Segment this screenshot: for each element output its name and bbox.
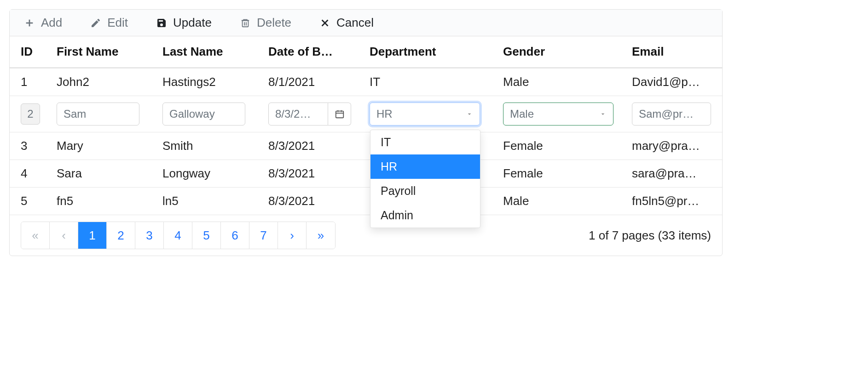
col-header-last-name[interactable]: Last Name xyxy=(157,36,263,68)
pager: « ‹ 1 2 3 4 5 6 7 › » xyxy=(21,222,336,249)
id-chip: 2 xyxy=(21,103,40,125)
add-label: Add xyxy=(41,16,62,30)
pager-prev-button[interactable]: ‹ xyxy=(50,222,78,249)
pager-page-button[interactable]: 7 xyxy=(249,222,278,249)
cell-id: 1 xyxy=(10,68,51,96)
cell-first-name: Mary xyxy=(51,132,157,160)
cancel-button[interactable]: Cancel xyxy=(316,15,376,30)
chevrons-right-icon: » xyxy=(318,228,324,243)
svg-rect-7 xyxy=(336,111,343,118)
chevron-down-icon xyxy=(599,110,607,118)
department-dropdown-popup: IT HR Payroll Admin xyxy=(370,130,480,228)
close-icon xyxy=(319,17,331,29)
cell-first-name: John2 xyxy=(51,68,157,96)
cell-dob: 8/3/2021 xyxy=(263,160,364,188)
cell-first-name: Sara xyxy=(51,160,157,188)
data-grid: Add Edit Update Delete Cancel xyxy=(9,9,723,256)
cell-email: fn5ln5@pr… xyxy=(626,188,722,215)
table-row[interactable]: 4 Sara Longway 8/3/2021 Female sara@pra… xyxy=(10,160,722,188)
col-header-first-name[interactable]: First Name xyxy=(51,36,157,68)
add-button[interactable]: Add xyxy=(21,15,65,30)
cell-email: sara@pra… xyxy=(626,160,722,188)
cell-id: 4 xyxy=(10,160,51,188)
svg-rect-2 xyxy=(243,20,249,27)
cell-email: David1@p… xyxy=(626,68,722,96)
pager-info: 1 of 7 pages (33 items) xyxy=(589,228,711,243)
chevron-down-icon xyxy=(466,110,473,118)
cell-dob: 8/3/2021 xyxy=(263,132,364,160)
pager-row: « ‹ 1 2 3 4 5 6 7 › » 1 of 7 pages (33 i… xyxy=(10,215,722,256)
cell-last-name: ln5 xyxy=(157,188,263,215)
cell-id: 5 xyxy=(10,188,51,215)
col-header-email[interactable]: Email xyxy=(626,36,722,68)
cell-last-name: Smith xyxy=(157,132,263,160)
edit-label: Edit xyxy=(107,16,128,30)
dob-input[interactable] xyxy=(268,103,328,125)
pager-page-button[interactable]: 5 xyxy=(192,222,221,249)
department-dropdown[interactable]: HR IT HR Payroll Admin xyxy=(370,103,480,125)
chevron-right-icon: › xyxy=(290,228,294,243)
delete-button[interactable]: Delete xyxy=(237,15,294,30)
cell-dob: 8/1/2021 xyxy=(263,68,364,96)
toolbar: Add Edit Update Delete Cancel xyxy=(10,10,722,36)
calendar-icon xyxy=(335,109,345,119)
first-name-input[interactable] xyxy=(57,103,139,125)
pager-first-button[interactable]: « xyxy=(21,222,50,249)
save-icon xyxy=(156,17,168,29)
cell-last-name: Hastings2 xyxy=(157,68,263,96)
gender-dropdown[interactable]: Male xyxy=(503,103,613,125)
pager-next-button[interactable]: › xyxy=(278,222,307,249)
edit-button[interactable]: Edit xyxy=(87,15,131,30)
department-selected: HR xyxy=(376,108,393,120)
gender-selected: Male xyxy=(510,108,534,120)
table-row[interactable]: 3 Mary Smith 8/3/2021 Female mary@pra… xyxy=(10,132,722,160)
cell-first-name: fn5 xyxy=(51,188,157,215)
pager-page-button[interactable]: 4 xyxy=(164,222,192,249)
cell-gender: Female xyxy=(498,160,626,188)
delete-label: Delete xyxy=(257,16,291,30)
plus-icon xyxy=(23,17,35,29)
chevrons-left-icon: « xyxy=(32,228,38,243)
trash-icon xyxy=(239,17,251,29)
update-button[interactable]: Update xyxy=(153,15,214,30)
department-option[interactable]: Admin xyxy=(370,203,480,228)
col-header-dob[interactable]: Date of B… xyxy=(263,36,364,68)
cell-gender: Female xyxy=(498,132,626,160)
grid-table: ID First Name Last Name Date of B… Depar… xyxy=(10,36,722,215)
last-name-input[interactable] xyxy=(162,103,245,125)
pager-page-button[interactable]: 1 xyxy=(78,222,107,249)
department-option[interactable]: Payroll xyxy=(370,179,480,203)
department-option[interactable]: HR xyxy=(370,154,480,179)
cell-department: IT xyxy=(364,68,498,96)
pager-page-button[interactable]: 6 xyxy=(221,222,249,249)
col-header-gender[interactable]: Gender xyxy=(498,36,626,68)
pager-page-button[interactable]: 3 xyxy=(135,222,164,249)
cell-gender: Male xyxy=(498,68,626,96)
pager-last-button[interactable]: » xyxy=(307,222,335,249)
pager-page-button[interactable]: 2 xyxy=(107,222,135,249)
table-row[interactable]: 5 fn5 ln5 8/3/2021 Male fn5ln5@pr… xyxy=(10,188,722,215)
update-label: Update xyxy=(173,16,212,30)
col-header-id[interactable]: ID xyxy=(10,36,51,68)
chevron-left-icon: ‹ xyxy=(62,228,66,243)
cell-id: 3 xyxy=(10,132,51,160)
cancel-label: Cancel xyxy=(336,16,374,30)
header-row: ID First Name Last Name Date of B… Depar… xyxy=(10,36,722,68)
cell-gender: Male xyxy=(498,188,626,215)
email-input[interactable] xyxy=(632,103,711,125)
table-row[interactable]: 1 John2 Hastings2 8/1/2021 IT Male David… xyxy=(10,68,722,96)
date-picker-button[interactable] xyxy=(328,103,351,125)
cell-dob: 8/3/2021 xyxy=(263,188,364,215)
department-option[interactable]: IT xyxy=(370,130,480,154)
table-row-editing: 2 xyxy=(10,96,722,132)
cell-last-name: Longway xyxy=(157,160,263,188)
pencil-icon xyxy=(90,17,102,29)
cell-email: mary@pra… xyxy=(626,132,722,160)
col-header-department[interactable]: Department xyxy=(364,36,498,68)
